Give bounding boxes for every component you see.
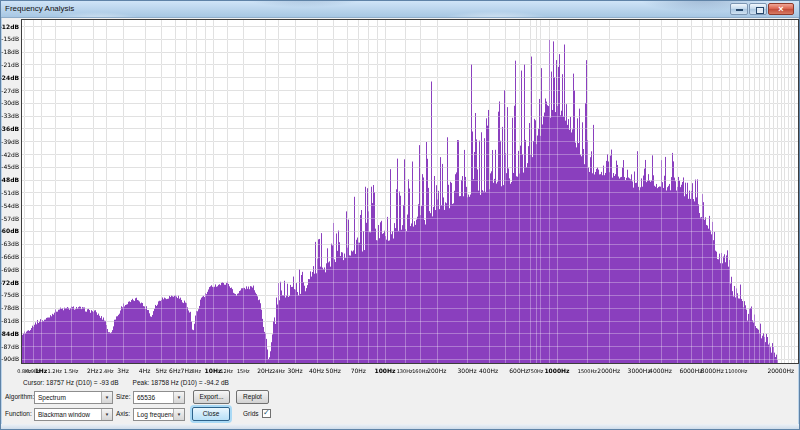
grids-checkbox[interactable]: ✓ bbox=[262, 409, 271, 418]
restore-icon bbox=[756, 7, 764, 14]
algorithm-label: Algorithm: bbox=[5, 393, 34, 400]
minimize-icon bbox=[736, 9, 743, 11]
close-window-button[interactable]: × bbox=[768, 3, 794, 15]
check-icon: ✓ bbox=[263, 409, 270, 417]
maximize-button[interactable] bbox=[749, 3, 767, 15]
spectrum-plot[interactable] bbox=[1, 17, 800, 378]
window-controls: × bbox=[730, 3, 794, 15]
minimize-button[interactable] bbox=[730, 3, 748, 15]
frequency-analysis-window: Frequency Analysis × Cursor: 18757 Hz (D… bbox=[0, 0, 800, 430]
window-bottom-edge bbox=[1, 424, 799, 429]
replot-button[interactable]: Replot bbox=[236, 390, 269, 404]
chevron-down-icon: ▼ bbox=[101, 409, 112, 420]
close-icon: × bbox=[769, 3, 793, 15]
cursor-value: Cursor: 18757 Hz (D10) = -93 dB bbox=[23, 379, 119, 386]
export-button[interactable]: Export... bbox=[193, 390, 230, 404]
grids-label: Grids bbox=[243, 410, 259, 417]
axis-select[interactable]: Log frequency ▼ bbox=[133, 408, 185, 421]
title-bar[interactable]: Frequency Analysis × bbox=[1, 1, 799, 18]
function-label: Function: bbox=[5, 410, 32, 417]
algorithm-value: Spectrum bbox=[38, 394, 66, 401]
size-label: Size: bbox=[116, 393, 130, 400]
chevron-down-icon: ▼ bbox=[173, 392, 184, 403]
chevron-down-icon: ▼ bbox=[173, 409, 184, 420]
algorithm-select[interactable]: Spectrum ▼ bbox=[34, 391, 113, 404]
axis-label: Axis: bbox=[116, 410, 130, 417]
function-value: Blackman window bbox=[38, 411, 90, 418]
close-button[interactable]: Close bbox=[192, 407, 230, 421]
chevron-down-icon: ▼ bbox=[101, 392, 112, 403]
window-title: Frequency Analysis bbox=[5, 4, 74, 13]
cursor-readout: Cursor: 18757 Hz (D10) = -93 dBPeak: 187… bbox=[23, 379, 243, 386]
size-value: 65536 bbox=[137, 394, 155, 401]
peak-value: Peak: 18758 Hz (D10) = -94.2 dB bbox=[133, 379, 229, 386]
size-select[interactable]: 65536 ▼ bbox=[133, 391, 185, 404]
function-select[interactable]: Blackman window ▼ bbox=[34, 408, 113, 421]
